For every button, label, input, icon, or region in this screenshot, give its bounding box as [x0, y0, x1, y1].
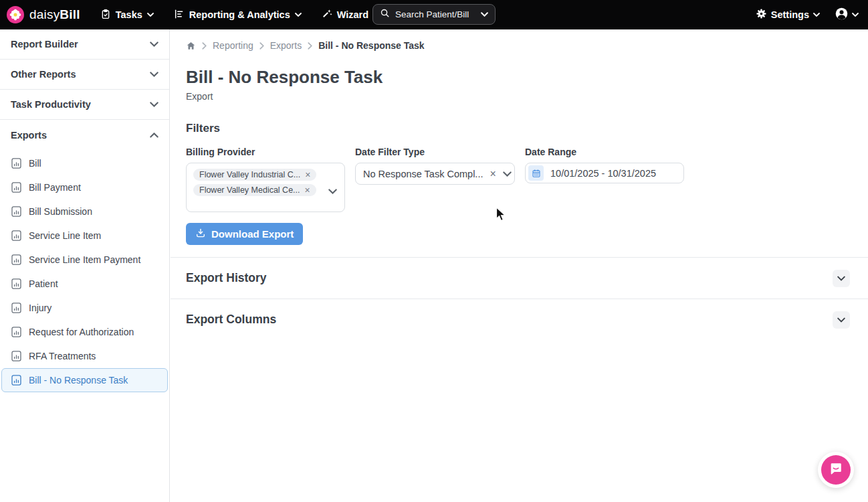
chat-widget-button[interactable] [818, 452, 854, 488]
chevron-down-icon [150, 72, 158, 77]
document-chart-icon [11, 230, 21, 241]
chip-label: Flower Valley Industrial C... [199, 170, 300, 179]
chevron-down-icon [150, 41, 158, 47]
download-export-button[interactable]: Download Export [186, 223, 303, 245]
sidebar-section-other-reports[interactable]: Other Reports [0, 60, 169, 90]
chevron-down-icon[interactable] [503, 171, 512, 177]
sidebar-section-report-builder[interactable]: Report Builder [0, 29, 169, 60]
sidebar-section-exports[interactable]: Exports [0, 120, 169, 150]
sidebar-item-label: Bill Payment [29, 182, 81, 193]
sidebar-item-label: Bill Submission [29, 206, 92, 217]
document-chart-icon [11, 351, 21, 361]
document-chart-icon [11, 182, 21, 193]
sidebar: Report Builder Other Reports Task Produc… [0, 29, 170, 502]
download-icon [195, 228, 206, 240]
sidebar-item-request-for-authorization[interactable]: Request for Authorization [1, 320, 168, 344]
date-filter-type-field: Date Filter Type No Response Task Compl.… [355, 147, 515, 212]
nav-menus: Tasks Reporting & Analytics Wizard [100, 9, 380, 21]
daisybill-logo[interactable]: daisyBill [0, 6, 90, 23]
chevron-down-icon [147, 13, 154, 17]
document-chart-icon [11, 327, 21, 337]
document-chart-icon [11, 278, 21, 289]
user-account-menu[interactable] [835, 7, 859, 23]
filters-row: Billing Provider Flower Valley Industria… [186, 147, 868, 212]
chevron-down-icon [295, 13, 302, 17]
sidebar-item-label: Injury [29, 303, 51, 313]
calendar-icon [528, 165, 544, 181]
sidebar-item-injury[interactable]: Injury [1, 296, 168, 320]
sidebar-item-bill[interactable]: Bill [1, 151, 168, 175]
search-icon [380, 8, 390, 21]
chevron-right-icon [202, 42, 207, 50]
exports-list: Bill Bill Payment Bill Submission Servic… [0, 150, 169, 392]
sidebar-item-bill-payment[interactable]: Bill Payment [1, 175, 168, 199]
search-patient-bill[interactable]: Search Patient/Bill [372, 4, 496, 25]
billing-provider-field: Billing Provider Flower Valley Industria… [186, 147, 345, 212]
user-avatar-icon [835, 7, 849, 23]
nav-menu-label: Wizard [337, 9, 368, 20]
export-columns-expand-button[interactable] [833, 311, 850, 329]
settings-menu[interactable]: Settings [756, 8, 820, 21]
breadcrumb-exports[interactable]: Exports [270, 40, 302, 51]
section-label: Task Productivity [11, 99, 91, 110]
sidebar-item-label: RFA Treatments [29, 351, 96, 361]
provider-chip: Flower Valley Medical Ce... × [193, 184, 316, 196]
nav-right-group: Settings [756, 0, 859, 29]
clear-selection-icon[interactable]: × [490, 169, 496, 179]
sidebar-item-label: Service Line Item Payment [29, 254, 140, 265]
sidebar-item-label: Request for Authorization [29, 327, 134, 337]
chip-label: Flower Valley Medical Ce... [199, 185, 300, 195]
date-range-input[interactable]: 10/01/2025 - 10/31/2025 [525, 163, 684, 183]
document-chart-icon [11, 206, 21, 217]
nav-menu-tasks[interactable]: Tasks [100, 9, 154, 21]
remove-chip-icon[interactable]: × [305, 170, 310, 179]
main-content: Reporting Exports Bill - No Response Tas… [171, 29, 868, 502]
date-filter-type-label: Date Filter Type [355, 147, 515, 157]
download-button-label: Download Export [211, 228, 294, 240]
breadcrumb-reporting[interactable]: Reporting [213, 40, 253, 51]
collapsible-sections: Export History Export Columns [171, 257, 868, 340]
chevron-right-icon [259, 42, 264, 50]
document-chart-icon [11, 375, 21, 386]
export-columns-section: Export Columns [171, 299, 868, 340]
home-icon[interactable] [186, 41, 196, 51]
chevron-down-icon[interactable] [328, 185, 337, 197]
breadcrumb-current: Bill - No Response Task [318, 40, 424, 51]
sidebar-item-service-line-item[interactable]: Service Line Item [1, 224, 168, 248]
sidebar-item-bill-submission[interactable]: Bill Submission [1, 199, 168, 224]
sidebar-item-label: Patient [29, 278, 58, 289]
sidebar-item-label: Bill - No Response Task [29, 375, 128, 386]
section-label: Other Reports [11, 69, 76, 80]
chevron-right-icon [308, 42, 312, 50]
top-navbar: daisyBill Tasks Reporting & Analytics Wi… [0, 0, 868, 29]
chat-bubble-icon [829, 461, 843, 479]
page-title: Bill - No Response Task [186, 67, 868, 88]
sidebar-section-task-productivity[interactable]: Task Productivity [0, 90, 169, 120]
chat-bubble-background [821, 455, 851, 485]
remove-chip-icon[interactable]: × [305, 185, 310, 195]
chevron-down-icon [837, 315, 845, 325]
document-chart-icon [11, 254, 21, 265]
bar-chart-icon [174, 9, 185, 21]
nav-menu-wizard[interactable]: Wizard [322, 9, 380, 21]
settings-label: Settings [771, 9, 809, 20]
export-history-heading: Export History [186, 271, 267, 285]
chevron-down-icon [481, 12, 488, 17]
daisy-flower-icon [7, 6, 24, 23]
date-range-field: Date Range 10/01/2025 - 10/31/2025 [525, 147, 684, 212]
section-label: Exports [11, 130, 47, 141]
sidebar-item-patient[interactable]: Patient [1, 272, 168, 296]
sidebar-item-bill-no-response-task[interactable]: Bill - No Response Task [1, 368, 168, 392]
sidebar-item-label: Service Line Item [29, 230, 101, 241]
brand-wordmark: daisyBill [29, 7, 80, 22]
chevron-down-icon [150, 102, 158, 107]
sidebar-item-rfa-treatments[interactable]: RFA Treatments [1, 344, 168, 368]
billing-provider-multiselect[interactable]: Flower Valley Industrial C... × Flower V… [186, 163, 345, 212]
breadcrumb: Reporting Exports Bill - No Response Tas… [186, 40, 868, 51]
date-range-label: Date Range [525, 147, 684, 157]
nav-menu-reporting-analytics[interactable]: Reporting & Analytics [174, 9, 302, 21]
sidebar-item-service-line-item-payment[interactable]: Service Line Item Payment [1, 248, 168, 272]
chevron-down-icon [852, 13, 859, 17]
export-history-expand-button[interactable] [833, 270, 850, 287]
date-filter-type-select[interactable]: No Response Task Compl... × [355, 163, 515, 185]
